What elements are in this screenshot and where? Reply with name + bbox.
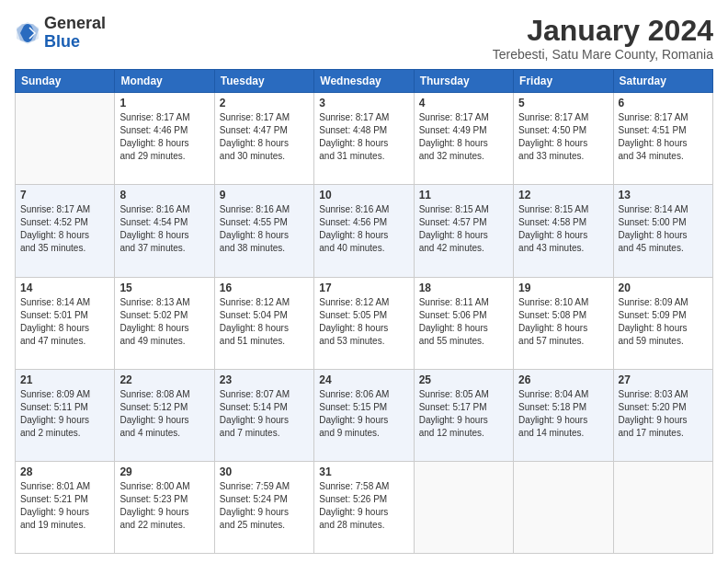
day-number: 21 [20,373,109,386]
day-number: 17 [319,282,408,294]
day-number: 2 [220,97,309,109]
calendar-cell: 19Sunrise: 8:10 AMSunset: 5:08 PMDayligh… [514,277,613,369]
day-info: Sunrise: 8:12 AMSunset: 5:05 PMDaylight:… [319,296,408,348]
day-number: 10 [319,189,408,201]
day-number: 12 [518,189,608,201]
day-info: Sunrise: 8:00 AMSunset: 5:23 PMDaylight:… [119,480,209,532]
day-info: Sunrise: 8:09 AMSunset: 5:09 PMDaylight:… [619,296,708,348]
calendar-cell: 13Sunrise: 8:14 AMSunset: 5:00 PMDayligh… [613,185,712,277]
calendar-cell: 26Sunrise: 8:04 AMSunset: 5:18 PMDayligh… [514,369,613,461]
day-info: Sunrise: 7:58 AMSunset: 5:26 PMDaylight:… [319,480,408,532]
calendar-week-row: 28Sunrise: 8:01 AMSunset: 5:21 PMDayligh… [16,461,713,553]
header: General Blue January 2024 Terebesti, Sat… [15,15,713,62]
calendar-header-sunday: Sunday [16,70,115,93]
day-number: 27 [619,373,708,386]
day-number: 22 [119,373,209,386]
day-info: Sunrise: 8:11 AMSunset: 5:06 PMDaylight:… [419,296,508,348]
calendar-cell: 15Sunrise: 8:13 AMSunset: 5:02 PMDayligh… [115,277,214,369]
calendar-cell: 10Sunrise: 8:16 AMSunset: 4:56 PMDayligh… [314,185,414,277]
day-info: Sunrise: 8:16 AMSunset: 4:55 PMDaylight:… [220,203,309,255]
day-info: Sunrise: 8:14 AMSunset: 5:01 PMDaylight:… [20,296,109,348]
day-info: Sunrise: 8:09 AMSunset: 5:11 PMDaylight:… [20,388,109,440]
day-number: 14 [20,282,109,294]
day-number: 24 [319,373,408,386]
calendar-header-friday: Friday [514,70,613,93]
calendar-cell: 27Sunrise: 8:03 AMSunset: 5:20 PMDayligh… [613,369,712,461]
day-number: 19 [518,282,608,294]
day-number: 25 [419,373,508,386]
calendar-cell: 12Sunrise: 8:15 AMSunset: 4:58 PMDayligh… [514,185,613,277]
calendar-cell: 14Sunrise: 8:14 AMSunset: 5:01 PMDayligh… [16,277,115,369]
day-number: 4 [419,97,508,109]
calendar-header-tuesday: Tuesday [214,70,313,93]
day-number: 3 [319,97,408,109]
calendar-cell: 5Sunrise: 8:17 AMSunset: 4:50 PMDaylight… [514,93,613,185]
calendar-cell: 29Sunrise: 8:00 AMSunset: 5:23 PMDayligh… [115,461,214,553]
calendar-cell: 28Sunrise: 8:01 AMSunset: 5:21 PMDayligh… [16,461,115,553]
subtitle: Terebesti, Satu Mare County, Romania [493,47,713,62]
calendar-cell: 24Sunrise: 8:06 AMSunset: 5:15 PMDayligh… [314,369,414,461]
logo: General Blue [15,15,106,52]
day-number: 13 [619,189,708,201]
calendar-cell [613,461,712,553]
day-info: Sunrise: 8:13 AMSunset: 5:02 PMDaylight:… [119,296,209,348]
day-number: 15 [119,282,209,294]
day-info: Sunrise: 8:17 AMSunset: 4:50 PMDaylight:… [518,111,608,163]
calendar-week-row: 1Sunrise: 8:17 AMSunset: 4:46 PMDaylight… [16,93,713,185]
day-number: 9 [220,189,309,201]
day-info: Sunrise: 7:59 AMSunset: 5:24 PMDaylight:… [220,480,309,532]
day-info: Sunrise: 8:14 AMSunset: 5:00 PMDaylight:… [619,203,708,255]
day-number: 30 [220,465,309,478]
day-number: 18 [419,282,508,294]
calendar-cell [414,461,513,553]
calendar-cell: 25Sunrise: 8:05 AMSunset: 5:17 PMDayligh… [414,369,513,461]
day-number: 8 [119,189,209,201]
calendar-cell: 3Sunrise: 8:17 AMSunset: 4:48 PMDaylight… [314,93,414,185]
day-info: Sunrise: 8:16 AMSunset: 4:56 PMDaylight:… [319,203,408,255]
calendar-cell: 6Sunrise: 8:17 AMSunset: 4:51 PMDaylight… [613,93,712,185]
day-number: 7 [20,189,109,201]
day-info: Sunrise: 8:17 AMSunset: 4:52 PMDaylight:… [20,203,109,255]
day-info: Sunrise: 8:01 AMSunset: 5:21 PMDaylight:… [20,480,109,532]
calendar-header-wednesday: Wednesday [314,70,414,93]
calendar-week-row: 7Sunrise: 8:17 AMSunset: 4:52 PMDaylight… [16,185,713,277]
calendar-header-thursday: Thursday [414,70,513,93]
logo-text: General Blue [44,15,106,52]
day-info: Sunrise: 8:17 AMSunset: 4:46 PMDaylight:… [119,111,209,163]
calendar-header-monday: Monday [115,70,214,93]
day-info: Sunrise: 8:17 AMSunset: 4:51 PMDaylight:… [619,111,708,163]
day-info: Sunrise: 8:10 AMSunset: 5:08 PMDaylight:… [518,296,608,348]
day-number: 26 [518,373,608,386]
day-number: 29 [119,465,209,478]
day-number: 11 [419,189,508,201]
calendar-header-row: SundayMondayTuesdayWednesdayThursdayFrid… [16,70,713,93]
calendar-cell: 7Sunrise: 8:17 AMSunset: 4:52 PMDaylight… [16,185,115,277]
calendar-cell: 21Sunrise: 8:09 AMSunset: 5:11 PMDayligh… [16,369,115,461]
calendar-cell: 17Sunrise: 8:12 AMSunset: 5:05 PMDayligh… [314,277,414,369]
day-info: Sunrise: 8:15 AMSunset: 4:57 PMDaylight:… [419,203,508,255]
day-number: 31 [319,465,408,478]
day-info: Sunrise: 8:17 AMSunset: 4:47 PMDaylight:… [220,111,309,163]
calendar-header-saturday: Saturday [613,70,712,93]
calendar-cell: 23Sunrise: 8:07 AMSunset: 5:14 PMDayligh… [214,369,313,461]
calendar-cell: 2Sunrise: 8:17 AMSunset: 4:47 PMDaylight… [214,93,313,185]
day-number: 6 [619,97,708,109]
day-info: Sunrise: 8:08 AMSunset: 5:12 PMDaylight:… [119,388,209,440]
calendar-cell [16,93,115,185]
day-info: Sunrise: 8:06 AMSunset: 5:15 PMDaylight:… [319,388,408,440]
calendar-cell: 31Sunrise: 7:58 AMSunset: 5:26 PMDayligh… [314,461,414,553]
day-number: 20 [619,282,708,294]
day-info: Sunrise: 8:15 AMSunset: 4:58 PMDaylight:… [518,203,608,255]
calendar-cell: 18Sunrise: 8:11 AMSunset: 5:06 PMDayligh… [414,277,513,369]
day-info: Sunrise: 8:05 AMSunset: 5:17 PMDaylight:… [419,388,508,440]
calendar-cell [514,461,613,553]
day-number: 5 [518,97,608,109]
calendar-week-row: 21Sunrise: 8:09 AMSunset: 5:11 PMDayligh… [16,369,713,461]
calendar-week-row: 14Sunrise: 8:14 AMSunset: 5:01 PMDayligh… [16,277,713,369]
calendar-cell: 1Sunrise: 8:17 AMSunset: 4:46 PMDaylight… [115,93,214,185]
calendar-cell: 8Sunrise: 8:16 AMSunset: 4:54 PMDaylight… [115,185,214,277]
day-info: Sunrise: 8:16 AMSunset: 4:54 PMDaylight:… [119,203,209,255]
logo-icon [15,20,40,46]
day-number: 16 [220,282,309,294]
day-number: 23 [220,373,309,386]
